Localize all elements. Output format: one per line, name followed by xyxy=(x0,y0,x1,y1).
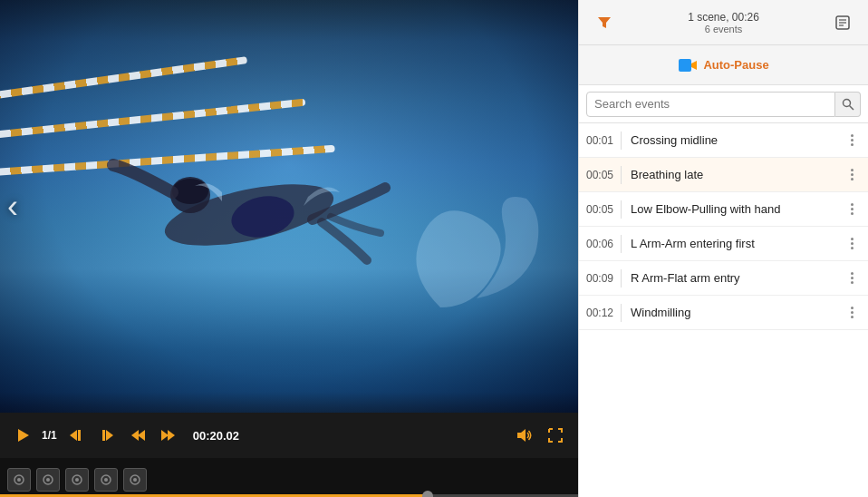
event-row[interactable]: 00:12 Windmilling xyxy=(579,296,868,330)
menu-dot xyxy=(851,203,854,206)
event-name: Breathing late xyxy=(631,168,843,181)
auto-pause-bar[interactable]: Auto-Pause xyxy=(579,45,868,85)
search-button[interactable] xyxy=(835,92,861,117)
thumbnail-4[interactable] xyxy=(123,468,147,492)
menu-dot xyxy=(851,139,854,141)
event-divider xyxy=(621,304,622,322)
events-count: 6 events xyxy=(617,24,830,34)
right-panel: 1 scene, 00:26 6 events Auto-Pause xyxy=(578,0,868,497)
svg-marker-4 xyxy=(18,429,29,442)
svg-marker-24 xyxy=(598,17,611,28)
step-back-button[interactable] xyxy=(64,425,88,445)
thumbnail-2[interactable] xyxy=(65,468,89,492)
menu-dot xyxy=(851,272,854,275)
header-stats: 1 scene, 00:26 6 events xyxy=(617,11,830,34)
menu-dot xyxy=(851,242,854,245)
svg-rect-6 xyxy=(78,430,81,441)
event-divider xyxy=(621,166,622,184)
search-input[interactable] xyxy=(586,92,835,117)
menu-dot xyxy=(851,307,854,309)
volume-button[interactable] xyxy=(511,425,536,445)
swimmer-svg xyxy=(104,115,394,315)
event-menu-button[interactable] xyxy=(843,200,861,219)
event-menu-button[interactable] xyxy=(843,166,861,184)
event-row[interactable]: 00:05 Low Elbow-Pulling with hand xyxy=(579,192,868,227)
svg-marker-30 xyxy=(691,61,697,70)
svg-point-17 xyxy=(46,478,50,482)
svg-marker-5 xyxy=(70,430,77,441)
menu-dot xyxy=(851,281,854,284)
menu-dot xyxy=(851,173,854,176)
search-icon xyxy=(842,98,854,111)
prev-button[interactable]: ‹ xyxy=(7,188,18,226)
svg-point-31 xyxy=(843,99,850,106)
progress-thumb[interactable] xyxy=(422,491,433,497)
auto-pause-label: Auto-Pause xyxy=(703,58,768,72)
right-header: 1 scene, 00:26 6 events xyxy=(579,0,868,45)
fast-forward-button[interactable] xyxy=(157,425,180,445)
menu-dot xyxy=(851,247,854,249)
menu-dot xyxy=(851,169,854,171)
event-divider xyxy=(621,132,622,150)
svg-marker-13 xyxy=(517,429,526,442)
event-time: 00:06 xyxy=(586,238,621,250)
water-bubbles xyxy=(386,144,549,326)
timecode-display: 00:20.02 xyxy=(193,429,239,443)
svg-marker-7 xyxy=(106,430,113,441)
event-time: 00:01 xyxy=(586,134,621,147)
event-menu-button[interactable] xyxy=(843,269,861,287)
menu-dot xyxy=(851,208,854,210)
event-row[interactable]: 00:06 L Arm-Arm entering first xyxy=(579,227,868,261)
menu-dot xyxy=(851,178,854,180)
event-menu-button[interactable] xyxy=(843,304,861,322)
event-name: R Arm-Flat arm entry xyxy=(631,271,843,285)
event-name: Crossing midline xyxy=(631,133,843,147)
svg-point-21 xyxy=(104,478,108,482)
video-content: ‹ xyxy=(0,0,578,413)
scene-info: 1 scene, 00:26 xyxy=(617,11,830,24)
event-row[interactable]: 00:05 Breathing late xyxy=(579,158,868,192)
menu-dot xyxy=(851,238,854,240)
speed-label: 1/1 xyxy=(42,429,57,442)
thumbnail-0[interactable] xyxy=(7,468,31,492)
video-panel: ‹ 1/1 00:20.02 xyxy=(0,0,578,497)
event-time: 00:12 xyxy=(586,307,621,319)
svg-marker-11 xyxy=(161,430,169,441)
filter-button[interactable] xyxy=(592,10,617,35)
event-row[interactable]: 00:09 R Arm-Flat arm entry xyxy=(579,261,868,296)
fullscreen-button[interactable] xyxy=(544,425,567,445)
event-menu-button[interactable] xyxy=(843,132,861,150)
event-menu-button[interactable] xyxy=(843,235,861,253)
notes-button[interactable] xyxy=(830,10,855,35)
event-divider xyxy=(621,235,622,253)
search-bar xyxy=(579,85,868,123)
event-row[interactable]: 00:01 Crossing midline xyxy=(579,123,868,158)
menu-dot xyxy=(851,277,854,279)
thumbnail-strip xyxy=(0,465,578,494)
svg-marker-12 xyxy=(168,430,175,441)
svg-marker-9 xyxy=(131,430,139,441)
play-button[interactable] xyxy=(11,425,34,445)
events-list: 00:01 Crossing midline 00:05 Breathing l… xyxy=(579,123,868,497)
menu-dot xyxy=(851,134,854,137)
step-forward-button[interactable] xyxy=(95,425,119,445)
svg-line-32 xyxy=(849,105,854,110)
event-divider xyxy=(621,269,622,287)
controls-bar: 1/1 00:20.02 xyxy=(0,413,578,458)
event-time: 00:09 xyxy=(586,272,621,285)
event-name: L Arm-Arm entering first xyxy=(631,237,843,250)
svg-rect-8 xyxy=(102,430,105,441)
event-name: Low Elbow-Pulling with hand xyxy=(631,202,843,216)
menu-dot xyxy=(851,212,854,215)
thumbnail-3[interactable] xyxy=(94,468,118,492)
menu-dot xyxy=(851,311,854,314)
menu-dot xyxy=(851,143,854,146)
svg-rect-29 xyxy=(679,59,691,72)
event-time: 00:05 xyxy=(586,203,621,216)
thumbnail-1[interactable] xyxy=(36,468,60,492)
rewind-button[interactable] xyxy=(126,425,149,445)
svg-point-23 xyxy=(133,478,137,482)
svg-point-19 xyxy=(75,478,79,482)
auto-pause-icon xyxy=(678,55,698,75)
svg-marker-10 xyxy=(138,430,145,441)
